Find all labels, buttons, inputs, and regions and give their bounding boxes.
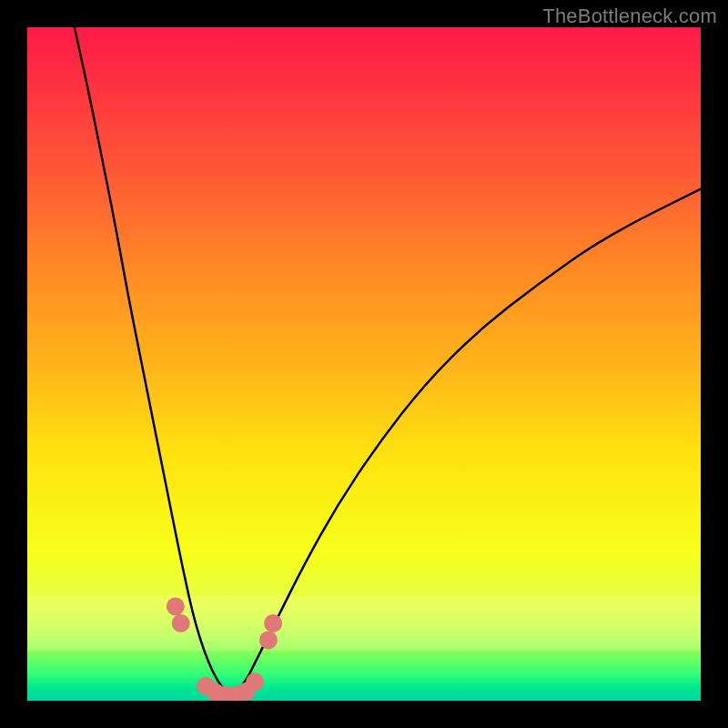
chart-stage: TheBottleneck.com [0, 0, 728, 728]
watermark-text: TheBottleneck.com [542, 5, 717, 28]
highlight-dots-group [167, 597, 282, 701]
curve-left-path [75, 27, 229, 697]
highlight-dot [246, 672, 264, 691]
plot-area [27, 27, 701, 701]
highlight-dot [167, 597, 185, 615]
highlight-dot [264, 614, 282, 632]
highlight-dot [172, 614, 190, 632]
highlight-dot [259, 631, 278, 649]
curve-right-path [229, 189, 701, 698]
curve-layer [27, 27, 701, 701]
